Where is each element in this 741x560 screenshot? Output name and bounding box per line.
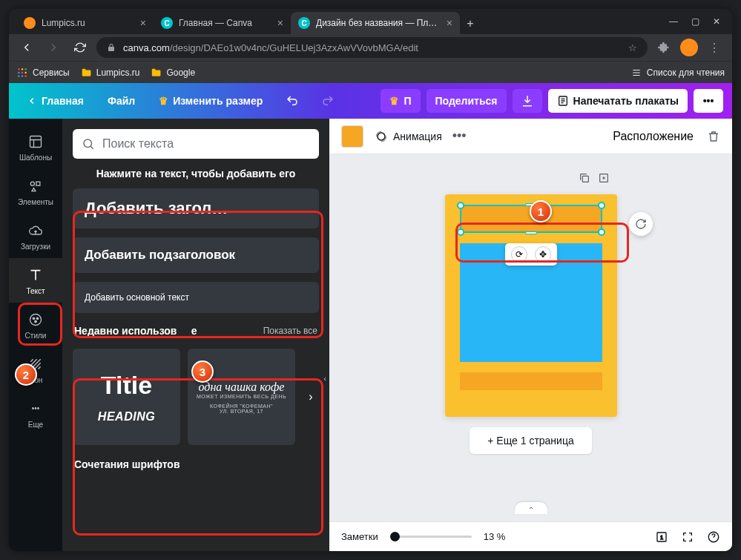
home-button[interactable]: Главная (18, 89, 93, 113)
elements-icon (27, 177, 45, 195)
rail-templates[interactable]: Шаблоны (9, 125, 62, 169)
present-button[interactable]: ♛ П (381, 89, 420, 113)
next-button[interactable]: › (303, 390, 319, 403)
url-host: canva.com (123, 42, 170, 53)
add-subheading-button[interactable]: Добавить подзаголовок (73, 237, 319, 273)
address-bar[interactable]: canva.com/design/DAEo1w0v4nc/GuHELUej3Az… (96, 37, 648, 58)
text-combo-tile[interactable]: Title HEADING (73, 349, 180, 445)
download-button[interactable] (513, 89, 542, 113)
reading-list-label: Список для чтения (647, 67, 725, 78)
rail-elements[interactable]: Элементы (9, 169, 62, 214)
page-actions (579, 172, 610, 184)
share-button[interactable]: Поделиться (427, 89, 507, 113)
zoom-value: 13 % (484, 531, 506, 542)
tile-line: УЛ. ВТОРАЯ, 17 (220, 409, 263, 414)
add-page-label: + Еще 1 страница (487, 435, 573, 447)
resize-handle[interactable] (525, 231, 537, 234)
more-options-button[interactable]: ••• (452, 128, 467, 144)
browser-tab[interactable]: C Главная — Canva × (154, 12, 291, 34)
svg-point-16 (35, 320, 37, 323)
position-button[interactable]: Расположение (613, 130, 694, 143)
lock-icon (105, 42, 117, 53)
browser-tab[interactable]: Lumpics.ru × (16, 12, 154, 34)
resize-handle[interactable] (457, 228, 464, 236)
element-float-toolbar: ⟳ ✥ (505, 243, 557, 266)
rail-label: Текст (26, 287, 45, 295)
recent-label: Недавно использов (74, 325, 177, 337)
extensions-button[interactable] (653, 37, 674, 58)
fullscreen-button[interactable] (682, 531, 694, 543)
search-input[interactable]: Поиск текста (73, 129, 319, 159)
reload-button[interactable] (70, 37, 90, 58)
add-page-button-icon[interactable] (598, 172, 610, 184)
add-body-label: Добавить основной текст (85, 292, 189, 303)
svg-point-11 (30, 182, 34, 185)
favicon-canva: C (161, 17, 173, 29)
styles-icon (27, 311, 45, 329)
design-page[interactable]: ⟳ ✥ (445, 194, 617, 417)
profile-avatar[interactable] (680, 39, 698, 56)
more-button[interactable]: ••• (694, 89, 723, 113)
duplicate-page-button[interactable] (579, 172, 590, 184)
search-icon (82, 137, 95, 151)
bookmark-services[interactable]: Сервисы (16, 67, 70, 79)
folder-icon (80, 67, 92, 79)
menu-button[interactable]: ⋮ (704, 37, 725, 58)
notes-button[interactable]: Заметки (341, 531, 378, 542)
animation-icon (374, 129, 389, 144)
rail-text[interactable]: Текст (9, 258, 62, 303)
add-body-button[interactable]: Добавить основной текст (73, 282, 319, 313)
close-icon[interactable]: × (277, 18, 283, 28)
collapse-panel-button[interactable]: ‹ (320, 356, 329, 401)
resize-handle[interactable] (598, 202, 605, 209)
bookmark-label: Lumpics.ru (96, 67, 140, 78)
bookmark-lumpics[interactable]: Lumpics.ru (80, 67, 140, 79)
forward-button[interactable] (43, 37, 64, 58)
help-button[interactable] (707, 530, 720, 544)
zoom-slider[interactable] (390, 536, 472, 538)
animation-button[interactable]: Анимация (374, 129, 442, 144)
rail-label: Стили (25, 332, 47, 340)
resize-button[interactable]: ♛ Изменить размер (150, 89, 271, 113)
reading-list-button[interactable]: Список для чтения (630, 67, 725, 79)
page-scroll-indicator[interactable] (515, 502, 547, 514)
rotate-button[interactable] (629, 212, 653, 236)
redo-button[interactable] (313, 89, 343, 113)
app-header: Главная Файл ♛ Изменить размер ♛ П Подел… (9, 83, 732, 119)
close-icon[interactable]: × (140, 18, 146, 28)
undo-button[interactable] (277, 89, 307, 113)
file-label: Файл (108, 95, 135, 107)
close-icon[interactable]: × (447, 18, 452, 28)
design-shape[interactable] (460, 372, 602, 390)
side-panel: Поиск текста Нажмите на текст, чтобы доб… (62, 119, 329, 551)
print-button[interactable]: Напечатать плакаты (548, 89, 688, 113)
back-button[interactable] (16, 37, 37, 58)
rail-more[interactable]: ••• Еще (9, 392, 62, 436)
file-button[interactable]: Файл (99, 89, 144, 113)
trash-button[interactable] (707, 130, 720, 143)
bookmark-google[interactable]: Google (150, 67, 195, 79)
close-window-icon[interactable]: ✕ (713, 16, 720, 27)
color-swatch[interactable] (341, 125, 363, 148)
add-heading-label: Добавить загол… (85, 199, 228, 217)
grid-view-button[interactable]: 1 (655, 530, 668, 544)
new-tab-button[interactable]: + (460, 13, 481, 34)
sync-icon[interactable]: ⟳ (511, 246, 527, 263)
resize-handle[interactable] (457, 202, 464, 209)
rail-uploads[interactable]: Загрузки (9, 214, 62, 258)
rail-styles[interactable]: Стили (9, 303, 62, 347)
move-icon[interactable]: ✥ (535, 246, 551, 263)
rail-label: Элементы (18, 198, 53, 206)
resize-handle[interactable] (598, 228, 605, 236)
print-label: Напечатать плакаты (573, 95, 679, 107)
add-page-button[interactable]: + Еще 1 страница (470, 427, 591, 454)
star-icon[interactable]: ☆ (627, 42, 639, 53)
svg-rect-6 (18, 75, 19, 76)
svg-point-17 (84, 139, 92, 148)
minimize-icon[interactable]: — (669, 16, 678, 27)
add-heading-button[interactable]: Добавить загол… (73, 188, 319, 228)
show-all-link[interactable]: Показать все (263, 326, 317, 336)
svg-rect-10 (30, 136, 42, 147)
maximize-icon[interactable]: ▢ (691, 16, 699, 27)
browser-tab-active[interactable]: C Дизайн без названия — Плака × (291, 12, 460, 34)
